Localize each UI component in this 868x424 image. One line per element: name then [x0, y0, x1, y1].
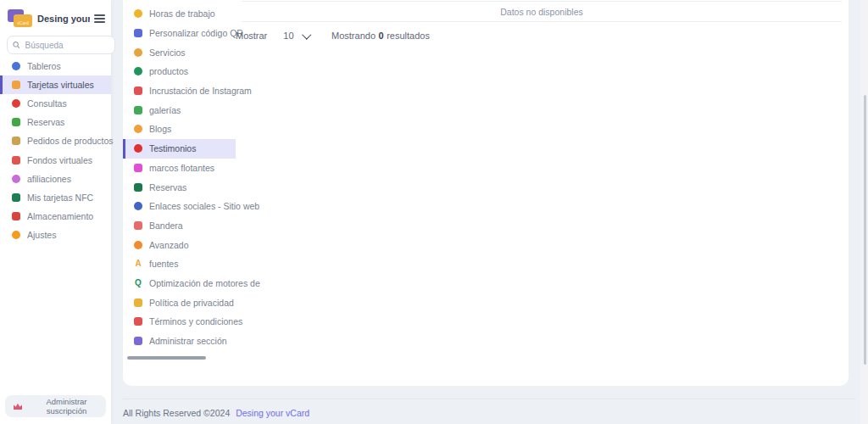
chevron-down-icon	[302, 30, 311, 39]
nav-item-manage-section[interactable]: Administrar sección	[123, 332, 236, 351]
inquiries-icon	[12, 99, 20, 108]
nav-item-fonts[interactable]: A fuentes	[123, 254, 236, 274]
nav-item-social-links[interactable]: Enlaces sociales - Sitio web	[123, 197, 236, 216]
search-box[interactable]	[7, 36, 115, 54]
products-icon	[134, 67, 142, 75]
logo-card-front: vCard	[14, 14, 32, 27]
testimonials-icon	[134, 144, 142, 153]
dashboard-icon	[12, 62, 20, 70]
nav-item-instagram-embed[interactable]: Incrustación de Instagram	[123, 81, 236, 101]
virtual-cards-icon	[12, 81, 20, 89]
item-label: Reservas	[27, 117, 64, 127]
search-input[interactable]	[24, 40, 109, 51]
item-label: Almacenamiento	[27, 211, 93, 221]
item-label: Testimonios	[149, 143, 196, 153]
show-label: Mostrar	[236, 31, 267, 41]
item-label: Optimización de motores de	[149, 278, 260, 288]
bookings-icon	[12, 118, 20, 126]
item-label: Consultas	[27, 98, 67, 109]
app-title: Desing your ..	[37, 14, 90, 24]
terms-icon	[134, 317, 142, 326]
nav-item-virtual-cards[interactable]: Tarjetas virtuales	[0, 75, 111, 94]
nav-item-working-hours[interactable]: Horas de trabajo	[123, 4, 236, 24]
instagram-embed-icon	[134, 86, 142, 95]
item-label: Mis tarjetas NFC	[27, 192, 93, 203]
galleries-icon	[134, 106, 142, 114]
nav-item-bookings[interactable]: Reservas	[0, 113, 111, 131]
item-label: Fondos virtuales	[27, 155, 92, 165]
nav-item-privacy-policy[interactable]: Política de privacidad	[123, 293, 236, 312]
content-card: Horas de trabajo Personalizar código QR …	[123, 0, 849, 386]
crown-icon	[14, 403, 22, 410]
page-size-select[interactable]: 10	[283, 31, 309, 41]
nav-item-storage[interactable]: Almacenamiento	[0, 207, 111, 226]
virtual-backgrounds-icon	[12, 156, 20, 165]
product-orders-icon	[12, 137, 20, 145]
brand-header: vCard Desing your ..	[0, 0, 111, 31]
search-icon	[13, 41, 20, 49]
nav-item-qr-code[interactable]: Personalizar código QR	[123, 24, 236, 43]
item-label: productos	[149, 66, 188, 76]
manage-section-icon	[134, 337, 142, 345]
settings-icon	[12, 231, 20, 239]
item-label: Servicios	[149, 47, 186, 58]
page-scrollbar-track	[860, 0, 868, 424]
services-icon	[134, 48, 142, 57]
nav-item-banner[interactable]: Bandera	[123, 216, 236, 236]
blogs-icon	[134, 125, 142, 133]
nav-item-products[interactable]: productos	[123, 62, 236, 81]
primary-sidebar: vCard Desing your .. Tableros Tarjetas v…	[0, 0, 111, 424]
bookings-icon	[134, 183, 142, 192]
copyright-text: All Rights Reserved ©2024	[123, 408, 230, 418]
submenu-horizontal-scrollbar[interactable]	[127, 356, 206, 360]
page-scrollbar-thumb[interactable]	[864, 95, 866, 365]
item-label: Tarjetas virtuales	[27, 80, 94, 90]
banner-icon	[134, 221, 142, 230]
results-summary: Mostrando 0 resultados	[331, 31, 430, 41]
nav-item-product-orders[interactable]: Pedidos de productos	[0, 131, 111, 150]
brand-link[interactable]: Desing your vCard	[236, 408, 309, 418]
nav-item-services[interactable]: Servicios	[123, 42, 236, 62]
empty-state-text: Datos no disponibles	[500, 7, 582, 17]
nav-item-inquiries[interactable]: Consultas	[0, 94, 111, 113]
advanced-icon	[134, 241, 142, 249]
item-label: Pedidos de productos	[27, 136, 114, 146]
nav-item-terms[interactable]: Términos y condiciones	[123, 312, 236, 332]
manage-subscription-label: Administrar suscripción	[27, 397, 106, 416]
app-logo: vCard	[8, 8, 34, 30]
nav-item-affiliations[interactable]: afiliaciones	[0, 170, 111, 188]
footer: All Rights Reserved ©2024 Desing your vC…	[123, 399, 855, 418]
item-label: Ajustes	[27, 230, 56, 240]
social-links-icon	[134, 202, 142, 210]
item-label: Incrustación de Instagram	[149, 86, 252, 96]
nav-item-nfc-cards[interactable]: Mis tarjetas NFC	[0, 188, 111, 207]
nav-item-floating-frames[interactable]: marcos flotantes	[123, 159, 236, 178]
item-label: Términos y condiciones	[149, 316, 242, 326]
sidebar-nav: Tableros Tarjetas virtuales Consultas Re…	[0, 57, 111, 244]
item-label: Administrar sección	[149, 336, 227, 346]
section-submenu: Horas de trabajo Personalizar código QR …	[123, 4, 236, 350]
item-label: Blogs	[149, 124, 171, 134]
manage-subscription-button[interactable]: Administrar suscripción	[5, 395, 106, 417]
item-label: Horas de trabajo	[149, 8, 215, 19]
item-label: Enlaces sociales - Sitio web	[149, 201, 259, 211]
item-label: Avanzado	[149, 240, 189, 250]
nav-item-seo[interactable]: Q Optimización de motores de	[123, 274, 236, 293]
nav-item-blogs[interactable]: Blogs	[123, 120, 236, 139]
nav-item-bookings[interactable]: Reservas	[123, 177, 236, 197]
item-label: Bandera	[149, 220, 183, 231]
item-label: marcos flotantes	[149, 163, 214, 173]
nav-item-dashboard[interactable]: Tableros	[0, 57, 111, 75]
empty-table-row: Datos no disponibles	[242, 1, 842, 22]
fonts-icon: A	[134, 259, 142, 268]
nav-item-testimonials[interactable]: Testimonios	[123, 139, 236, 159]
nav-item-virtual-backgrounds[interactable]: Fondos virtuales	[0, 150, 111, 169]
nav-item-advanced[interactable]: Avanzado	[123, 235, 236, 254]
storage-icon	[12, 212, 20, 220]
item-label: Personalizar código QR	[149, 28, 243, 38]
nav-item-galleries[interactable]: galerías	[123, 100, 236, 120]
privacy-policy-icon	[134, 298, 142, 307]
menu-toggle-icon[interactable]	[92, 12, 107, 25]
qr-code-icon	[134, 29, 142, 37]
nav-item-settings[interactable]: Ajustes	[0, 226, 111, 244]
